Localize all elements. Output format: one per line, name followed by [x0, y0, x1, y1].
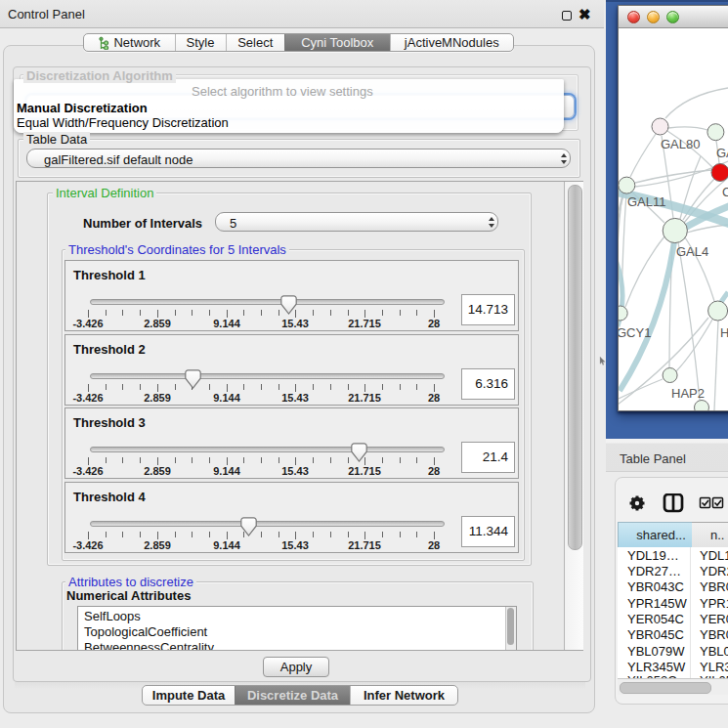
svg-text:GA: GA [716, 146, 728, 160]
svg-text:HAP2: HAP2 [671, 386, 705, 401]
svg-text:GCY1: GCY1 [619, 325, 651, 340]
svg-text:C: C [722, 185, 728, 199]
svg-text:GAL4: GAL4 [676, 244, 708, 259]
svg-text:GAL11: GAL11 [627, 194, 666, 209]
svg-text:GAL80: GAL80 [661, 137, 700, 151]
svg-text:H: H [720, 325, 728, 340]
